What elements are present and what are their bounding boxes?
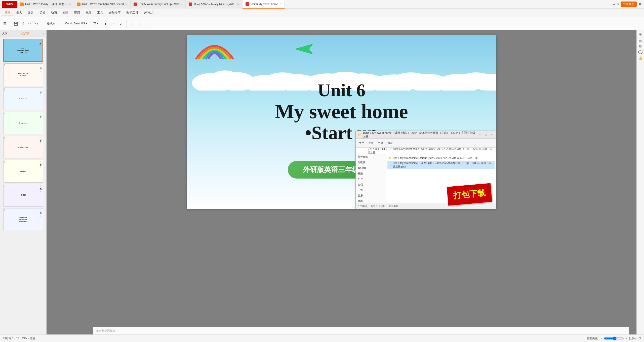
ribbon-tab-审阅[interactable]: 审阅 bbox=[71, 10, 83, 16]
tab-close-btn[interactable]: ✕ bbox=[237, 3, 239, 6]
panel-icon-5[interactable]: 🔔 bbox=[638, 56, 642, 60]
zoom-out-btn[interactable]: − bbox=[601, 337, 602, 340]
slide-thumb[interactable]: 8schoolbag classroom blackboard☆🔊⋮ bbox=[3, 208, 43, 231]
slide-action-icon[interactable]: ⋮ bbox=[39, 70, 42, 72]
zoom-in-btn[interactable]: + bbox=[625, 337, 627, 340]
slide-action-icon[interactable]: ⋮ bbox=[39, 166, 42, 169]
slide-thumb[interactable]: 1Unit 6 My sweet home •Start up☆🔊⋮ bbox=[3, 39, 43, 62]
slide-thumb[interactable]: 6kitchen☆🔊⋮ bbox=[3, 160, 43, 183]
slide-action-icon[interactable]: 🔊 bbox=[39, 67, 42, 69]
fm-toolbar-主页[interactable]: 主页 bbox=[367, 141, 375, 146]
tab-4[interactable]: 4Unit 5 We're family Hit it big&W...✕ bbox=[186, 0, 243, 9]
fm-toolbar-文件[interactable]: 文件 bbox=[357, 141, 366, 146]
ribbon-tab-开始[interactable]: 开始 bbox=[2, 9, 13, 16]
align-left-btn[interactable]: ≡ bbox=[129, 21, 135, 26]
fm-forward-btn[interactable]: → bbox=[361, 149, 364, 152]
tab-2[interactable]: Unit 5 We're family第2课时 Speed✕ bbox=[74, 0, 131, 9]
close-icon[interactable]: ✕ bbox=[639, 3, 641, 6]
fm-file-item[interactable]: 📊Unit 6 My sweet home （课件+素材）-2024-2025学… bbox=[387, 161, 495, 169]
tab-close-btn[interactable]: ✕ bbox=[180, 3, 182, 6]
slide-action-icon[interactable]: 🔊 bbox=[39, 91, 42, 94]
font-selector[interactable]: Comic Sans MS ▾ bbox=[63, 21, 90, 26]
fm-sidebar-item[interactable]: 图片 bbox=[356, 176, 386, 182]
underline-btn[interactable]: U bbox=[117, 21, 124, 26]
tab-close-btn[interactable]: ✕ bbox=[69, 3, 71, 6]
ribbon-tab-切换[interactable]: 切换 bbox=[37, 10, 48, 16]
fm-toolbar-共享[interactable]: 共享 bbox=[376, 141, 385, 146]
print-icon[interactable]: 🖨 bbox=[20, 21, 25, 26]
slide-action-icon[interactable]: 🔊 bbox=[39, 163, 42, 166]
outline-tab[interactable]: 大纲 bbox=[2, 32, 8, 35]
ribbon-tab-视图[interactable]: 视图 bbox=[83, 10, 94, 16]
slides-tab[interactable]: 幻灯片 bbox=[21, 32, 30, 35]
slide-action-icon[interactable]: ☆ bbox=[39, 64, 42, 67]
fm-close-btn[interactable]: ✕ bbox=[490, 133, 494, 137]
slide-action-icon[interactable]: 🔊 bbox=[39, 188, 42, 190]
slide-action-icon[interactable]: 🔊 bbox=[39, 115, 42, 118]
slide-action-icon[interactable]: ⋮ bbox=[39, 142, 42, 145]
slide-action-icon[interactable]: ⋮ bbox=[39, 94, 42, 96]
align-center-btn[interactable]: ≡ bbox=[137, 21, 143, 26]
slide-action-icon[interactable]: ☆ bbox=[39, 40, 42, 42]
slide-action-icon[interactable]: ⋮ bbox=[39, 45, 42, 48]
slide-action-icon[interactable]: ☆ bbox=[39, 209, 42, 211]
font-size-selector[interactable]: 72 ▾ bbox=[91, 21, 101, 26]
fm-sidebar-item[interactable]: 桌面 bbox=[356, 198, 386, 203]
slide-action-icon[interactable]: 🔊 bbox=[39, 139, 42, 142]
fm-back-btn[interactable]: ← bbox=[358, 149, 360, 152]
slide-thumb[interactable]: 5Dining room☆🔊⋮ bbox=[3, 136, 43, 158]
tab-5[interactable]: Unit 6 My sweet home✕ bbox=[243, 0, 285, 9]
fm-minimize-btn[interactable]: ─ bbox=[477, 133, 482, 137]
slide-action-icon[interactable]: ☆ bbox=[39, 161, 42, 163]
maximize-icon[interactable]: □ bbox=[617, 3, 619, 6]
download-stamp[interactable]: 打包下载 bbox=[447, 183, 492, 206]
fm-sidebar-item[interactable]: 此电脑 bbox=[356, 160, 386, 165]
fm-sidebar-item[interactable]: 下载 bbox=[356, 187, 386, 193]
format-painter-btn[interactable]: 格式刷 bbox=[45, 20, 58, 27]
zoom-slider[interactable] bbox=[604, 336, 624, 340]
ribbon-tab-放映[interactable]: 放映 bbox=[60, 10, 71, 16]
slide-thumb[interactable]: 7合成词☆🔊⋮ bbox=[3, 184, 43, 207]
slide-thumb[interactable]: 4living room☆🔊⋮ bbox=[3, 112, 43, 134]
fm-toolbar-查看[interactable]: 查看 bbox=[386, 141, 394, 146]
fm-up-btn[interactable]: ↑ bbox=[365, 149, 367, 152]
slide-action-icon[interactable]: ☆ bbox=[39, 88, 42, 91]
redo-icon[interactable]: ↪ bbox=[34, 21, 39, 26]
new-tab-button[interactable]: ＋ bbox=[605, 2, 613, 7]
panel-icon-3[interactable]: ⚙ bbox=[639, 44, 642, 48]
ribbon-tab-会员专享[interactable]: 会员专享 bbox=[106, 10, 123, 16]
ribbon-tab-插入[interactable]: 插入 bbox=[14, 10, 25, 16]
ribbon-tab-教学工具[interactable]: 教学工具 bbox=[124, 10, 141, 16]
italic-btn[interactable]: I bbox=[110, 21, 116, 26]
login-button[interactable]: 立即登录 bbox=[621, 2, 637, 7]
add-slide-btn[interactable]: + bbox=[0, 232, 46, 240]
fit-window-btn[interactable]: ⊡ bbox=[639, 337, 641, 340]
smart-beautify-label[interactable]: 智能美化 bbox=[587, 336, 598, 340]
fm-sidebar-item[interactable]: 音乐 bbox=[356, 193, 386, 198]
slide-action-icon[interactable]: 🔊 bbox=[39, 42, 42, 45]
menu-icon[interactable]: ☰ bbox=[2, 21, 8, 26]
ribbon-tab-工具[interactable]: 工具 bbox=[95, 10, 106, 16]
ribbon-tab-设计[interactable]: 设计 bbox=[25, 10, 36, 16]
panel-icon-1[interactable]: ⊕ bbox=[639, 32, 642, 36]
fm-sidebar-item[interactable]: 视频 bbox=[356, 171, 386, 176]
slide-thumb[interactable]: 2Look and say bedroom☆🔊⋮ bbox=[3, 63, 43, 86]
slide-action-icon[interactable]: ☆ bbox=[39, 137, 42, 139]
slide-action-icon[interactable]: ☆ bbox=[39, 112, 42, 115]
save-icon[interactable]: 💾 bbox=[13, 21, 18, 26]
slide-note-area[interactable]: 单击此处添加备注 bbox=[93, 327, 629, 334]
fm-sidebar-item[interactable]: 抖音直播 bbox=[356, 154, 386, 160]
bold-btn[interactable]: B bbox=[102, 21, 109, 26]
ribbon-tab-动画[interactable]: 动画 bbox=[48, 10, 59, 16]
minimize-icon[interactable]: ─ bbox=[613, 3, 615, 6]
slide-action-icon[interactable]: ⋮ bbox=[39, 118, 42, 120]
align-right-btn[interactable]: ≡ bbox=[144, 21, 150, 26]
tab-1[interactable]: Unit 5 We're family （课件+素材）✕ bbox=[17, 0, 74, 9]
fm-sidebar-item[interactable]: 3D 对象 bbox=[356, 165, 386, 171]
tab-close-btn[interactable]: ✕ bbox=[125, 3, 127, 6]
slide-action-icon[interactable]: ☆ bbox=[39, 185, 42, 187]
tab-3[interactable]: Unit 5 We're family Fuel up (课件✕ bbox=[131, 0, 186, 9]
slide-action-icon[interactable]: ⋮ bbox=[39, 190, 42, 193]
fm-sidebar-item[interactable]: 文档 bbox=[356, 182, 386, 187]
slide-action-icon[interactable]: ⋮ bbox=[39, 215, 42, 217]
